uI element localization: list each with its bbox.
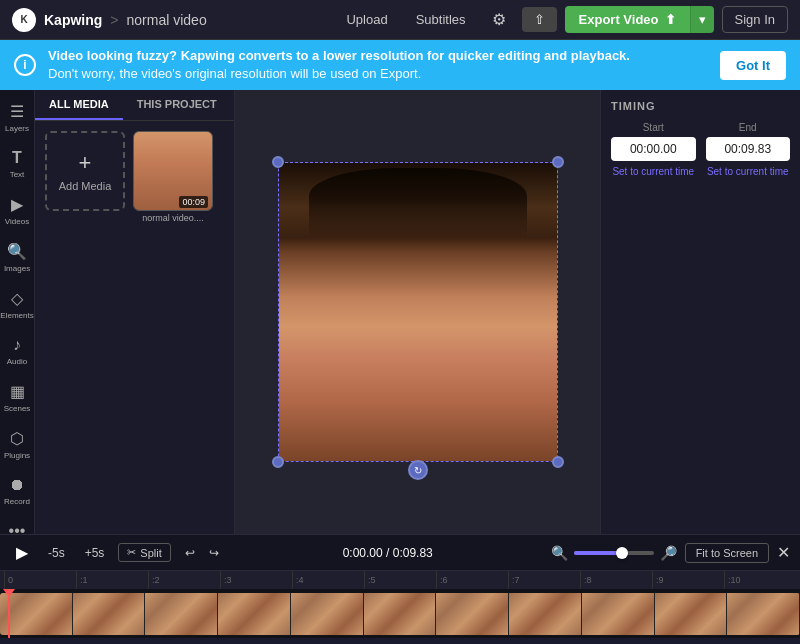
- time-separator: /: [386, 546, 389, 560]
- sidebar-item-more[interactable]: ••• More: [0, 514, 34, 534]
- handle-bottom-left[interactable]: [272, 456, 284, 468]
- media-thumbnail[interactable]: 00:09: [133, 131, 213, 211]
- sidebar-item-record[interactable]: ⏺ Record: [0, 468, 34, 514]
- filmstrip-seg-4: [218, 593, 291, 635]
- minus5-button[interactable]: -5s: [42, 544, 71, 562]
- project-name: normal video: [127, 12, 207, 28]
- split-label: Split: [140, 547, 161, 559]
- share-icon: ⇧: [534, 12, 545, 27]
- zoom-out-icon[interactable]: 🔍: [551, 545, 568, 561]
- add-icon: +: [79, 150, 92, 176]
- timeline-track[interactable]: [0, 589, 800, 638]
- audio-icon: ♪: [13, 336, 21, 354]
- timing-row: Start Set to current time End Set to cur…: [611, 122, 790, 179]
- kapwing-logo: K: [12, 8, 36, 32]
- set-start-btn[interactable]: Set to current time: [611, 166, 696, 177]
- canvas-content[interactable]: ↻: [278, 162, 558, 462]
- main-layout: ☰ Layers T Text ▶ Videos 🔍 Images ◇ Elem…: [0, 90, 800, 534]
- filmstrip-seg-9: [582, 593, 655, 635]
- zoom-slider-fill: [574, 551, 622, 555]
- set-end-btn[interactable]: Set to current time: [706, 166, 791, 177]
- left-sidebar: ☰ Layers T Text ▶ Videos 🔍 Images ◇ Elem…: [0, 90, 35, 534]
- thumb-name: normal video....: [133, 213, 213, 223]
- right-panel: TIMING Start Set to current time End Set…: [600, 90, 800, 534]
- end-label: End: [706, 122, 791, 133]
- handle-bottom-right[interactable]: [552, 456, 564, 468]
- sidebar-item-elements[interactable]: ◇ Elements: [0, 281, 34, 328]
- handle-top-left[interactable]: [272, 156, 284, 168]
- more-icon: •••: [9, 522, 26, 534]
- plugins-icon: ⬡: [10, 429, 24, 448]
- ruler-mark-10: :10: [724, 571, 796, 589]
- topbar: K Kapwing > normal video Upload Subtitle…: [0, 0, 800, 40]
- media-tabs: ALL MEDIA THIS PROJECT: [35, 90, 234, 121]
- upload-button[interactable]: Upload: [336, 8, 397, 31]
- timeline-area: 0 :1 :2 :3 :4 :5 :6 :7 :8 :9 :10: [0, 570, 800, 638]
- ruler-mark-5: :5: [364, 571, 436, 589]
- tab-this-project[interactable]: THIS PROJECT: [123, 90, 231, 120]
- sidebar-record-label: Record: [4, 497, 30, 506]
- record-icon: ⏺: [9, 476, 25, 494]
- text-icon: T: [12, 149, 22, 167]
- ruler-marks: 0 :1 :2 :3 :4 :5 :6 :7 :8 :9 :10: [4, 571, 796, 589]
- current-time: 0:00.00: [343, 546, 383, 560]
- ruler-mark-8: :8: [580, 571, 652, 589]
- canvas-frame: [278, 162, 558, 462]
- info-icon: i: [14, 54, 36, 76]
- signin-button[interactable]: Sign In: [722, 6, 788, 33]
- undo-button[interactable]: ↩: [179, 544, 201, 562]
- sidebar-item-scenes[interactable]: ▦ Scenes: [0, 374, 34, 421]
- export-dropdown-button[interactable]: ▾: [690, 6, 714, 33]
- tab-all-media[interactable]: ALL MEDIA: [35, 90, 123, 120]
- sidebar-item-layers[interactable]: ☰ Layers: [0, 94, 34, 141]
- sidebar-item-text[interactable]: T Text: [0, 141, 34, 187]
- zoom-in-icon[interactable]: 🔎: [660, 545, 677, 561]
- end-time-input[interactable]: [706, 137, 791, 161]
- share-button[interactable]: ⇧: [522, 7, 557, 32]
- sidebar-item-plugins[interactable]: ⬡ Plugins: [0, 421, 34, 468]
- close-button[interactable]: ✕: [777, 543, 790, 562]
- export-group: Export Video ⬆ ▾: [565, 6, 714, 33]
- sidebar-item-audio[interactable]: ♪ Audio: [0, 328, 34, 374]
- ruler-mark-9: :9: [652, 571, 724, 589]
- ruler-mark-0: 0: [4, 571, 76, 589]
- export-button[interactable]: Export Video ⬆: [565, 6, 690, 33]
- sidebar-item-videos[interactable]: ▶ Videos: [0, 187, 34, 234]
- handle-top-right[interactable]: [552, 156, 564, 168]
- elements-icon: ◇: [11, 289, 23, 308]
- start-label: Start: [611, 122, 696, 133]
- settings-icon[interactable]: ⚙: [484, 6, 514, 33]
- timing-start-col: Start Set to current time: [611, 122, 696, 179]
- brand-name: Kapwing: [44, 12, 102, 28]
- media-panel: ALL MEDIA THIS PROJECT + Add Media 00:09…: [35, 90, 235, 534]
- zoom-slider[interactable]: [574, 551, 654, 555]
- layers-icon: ☰: [10, 102, 24, 121]
- subtitles-button[interactable]: Subtitles: [406, 8, 476, 31]
- timeline-playhead[interactable]: [8, 589, 10, 638]
- got-it-button[interactable]: Got It: [720, 51, 786, 80]
- zoom-slider-thumb: [616, 547, 628, 559]
- plus5-button[interactable]: +5s: [79, 544, 111, 562]
- play-button[interactable]: ▶: [10, 541, 34, 564]
- videos-icon: ▶: [11, 195, 23, 214]
- canvas-area: ↻: [235, 90, 600, 534]
- notification-text: Video looking fuzzy? Kapwing converts to…: [48, 47, 708, 83]
- sidebar-plugins-label: Plugins: [4, 451, 30, 460]
- sidebar-item-images[interactable]: 🔍 Images: [0, 234, 34, 281]
- rotate-handle[interactable]: ↻: [408, 460, 428, 480]
- filmstrip-seg-5: [291, 593, 364, 635]
- fit-to-screen-button[interactable]: Fit to Screen: [685, 543, 769, 563]
- media-item-wrapper: 00:09 normal video....: [133, 131, 213, 223]
- ruler-mark-1: :1: [76, 571, 148, 589]
- split-button[interactable]: ✂ Split: [118, 543, 170, 562]
- add-media-card[interactable]: + Add Media: [45, 131, 125, 211]
- start-time-input[interactable]: [611, 137, 696, 161]
- bottom-toolbar: ▶ -5s +5s ✂ Split ↩ ↪ 0:00.00 / 0:09.83 …: [0, 534, 800, 570]
- images-icon: 🔍: [7, 242, 27, 261]
- ruler-mark-7: :7: [508, 571, 580, 589]
- filmstrip-seg-6: [364, 593, 437, 635]
- timeline-ruler: 0 :1 :2 :3 :4 :5 :6 :7 :8 :9 :10: [0, 571, 800, 589]
- filmstrip-seg-2: [73, 593, 146, 635]
- sidebar-scenes-label: Scenes: [4, 404, 31, 413]
- redo-button[interactable]: ↪: [203, 544, 225, 562]
